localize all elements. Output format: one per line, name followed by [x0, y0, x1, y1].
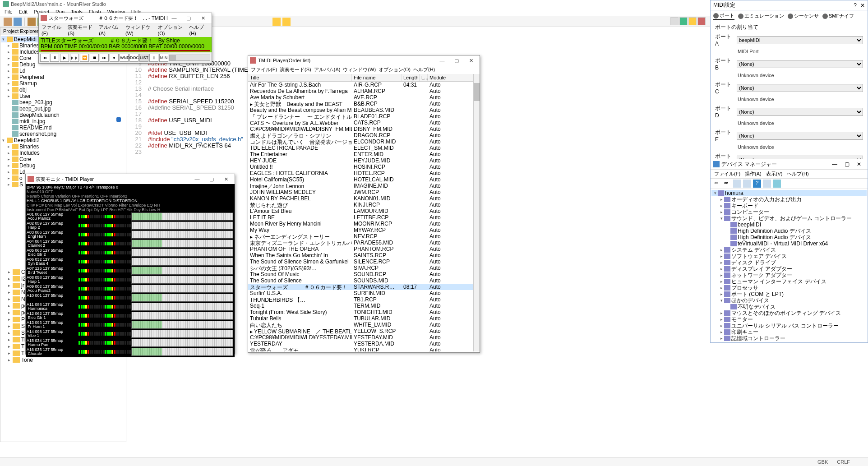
col-title[interactable]: Title — [248, 74, 352, 81]
col-loop[interactable]: L... — [420, 74, 428, 81]
close-icon[interactable]: ✕ — [196, 14, 210, 22]
devmgr-tree[interactable]: ▾homura▸オーディオの入力および出力▸キーボード▸コンピューター▾サウンド… — [711, 189, 868, 342]
bars-button[interactable]: ⫴ — [149, 54, 158, 62]
globe-icon[interactable] — [679, 17, 688, 25]
col-length[interactable]: Length — [402, 74, 420, 81]
menu-item[interactable]: File — [5, 9, 13, 15]
port-select[interactable]: beepMIDI — [737, 36, 863, 44]
tree-node[interactable]: beep_out.jpg — [1, 106, 125, 112]
midiset-titlebar[interactable]: MIDI設定 ? ✕ — [711, 0, 868, 10]
hammer-icon[interactable] — [28, 18, 36, 26]
menu-item[interactable]: 操作(A) — [745, 171, 762, 177]
list-item[interactable]: ▸ YELLOW SUBMARINE ／ THE BEATLES …YELLOW… — [248, 328, 473, 334]
list-item[interactable]: コンドルは飛んでいく 音楽発表バージョン アッキ…ELCONDOR.MIDAut… — [248, 138, 473, 145]
tree-node[interactable]: ▸Core — [1, 156, 125, 162]
close-icon[interactable]: ✕ — [464, 56, 478, 65]
tree-node[interactable]: ▸User — [1, 93, 125, 99]
perf-titlebar[interactable]: 演奏モニタ - TMIDI Player — ▢ ✕ — [26, 174, 235, 184]
menu-item[interactable]: ファイル(F) — [714, 171, 740, 177]
list-item[interactable]: Beauty and the Beast compose by Alian Me… — [248, 107, 473, 113]
list-item[interactable]: 雪が降る アダモYUKI.RCPAuto — [248, 347, 473, 351]
menu-item[interactable]: アルバム(A) — [99, 24, 123, 36]
tree-node[interactable]: README.md — [1, 125, 125, 131]
list-item[interactable]: YESTERDAYYESTERDA.MIDAuto — [248, 341, 473, 347]
tab[interactable]: シーケンサ — [788, 12, 819, 20]
menu-item[interactable]: オプション(O) — [379, 66, 411, 73]
list-item[interactable]: Surfin' U.S.A.SURFIN.MIDAuto — [248, 290, 473, 296]
tab[interactable]: ポート — [713, 12, 734, 20]
min-button[interactable]: MIN — [159, 54, 168, 62]
maximize-icon[interactable]: ▢ — [841, 161, 853, 167]
list-item[interactable]: LET IT BELETITBE.RCPAuto — [248, 214, 473, 221]
tree-node[interactable]: ▸Includes — [1, 150, 125, 156]
rec-button[interactable]: ● — [110, 54, 119, 62]
list-item[interactable]: JOHN WILLIAMS MEDLEYJWM.RCPAuto — [248, 189, 473, 195]
list-item[interactable]: ▸ 美女と野獣 Beauty and the BEASTB&B.RCPAuto — [248, 101, 473, 107]
list-item[interactable]: The Sound of SilenceSOUNDS.MIDAuto — [248, 277, 473, 284]
tree-node[interactable]: ▾BeepMidi2 — [1, 137, 125, 143]
list-item[interactable]: Seq-1TERM.MIDAuto — [248, 303, 473, 309]
minimize-icon[interactable]: — — [435, 56, 449, 65]
back-icon[interactable] — [272, 18, 281, 26]
help-icon[interactable]: ? — [753, 180, 761, 188]
list-item[interactable]: L'Amour Est BleuLAMOUR.MIDAuto — [248, 208, 473, 214]
icon[interactable] — [697, 17, 706, 25]
menu-item[interactable]: ウィンドウ(W) — [343, 66, 376, 73]
device-node[interactable]: ▾ほかのデバイス — [711, 297, 867, 304]
next-button[interactable]: ⏭ — [100, 54, 109, 62]
icon[interactable] — [670, 17, 679, 25]
list-item[interactable]: 東京ディズニーランド・エレクトリカルパレードPARADE55.MIDAuto — [248, 240, 473, 246]
list-item[interactable]: 燃えよドラゴン／ラロ・シフリンDRAGON.RCPAuto — [248, 132, 473, 138]
list-item[interactable]: Tonight (From: West Side Story)TONIGHT1.… — [248, 309, 473, 315]
list-button[interactable]: LIST — [139, 54, 148, 62]
tree-node[interactable]: screenshot.png — [1, 131, 125, 137]
tb-ic1[interactable] — [733, 180, 741, 188]
menu-item[interactable]: Edit — [19, 9, 28, 15]
menu-item[interactable]: アルバム(A) — [314, 66, 341, 73]
icon[interactable] — [688, 17, 697, 25]
minimize-icon[interactable]: — — [167, 14, 181, 22]
list-item[interactable]: Ave Maria by SchubertAVE.RCPAuto — [248, 94, 473, 101]
tree-node[interactable]: beep_203.jpg — [1, 99, 125, 106]
list-item[interactable]: 「 ブレードランナー 〜 エンドタイトル・テーマ 〜 」Arr…BLADE01.… — [248, 113, 473, 120]
tree-node[interactable]: midi_in.jpg — [1, 118, 125, 125]
pause-button[interactable]: ⏸ — [50, 54, 59, 62]
list-item[interactable]: 禁じられた遊びKINJI.RCPAuto — [248, 202, 473, 208]
orderlist-scrollbar[interactable] — [473, 74, 480, 351]
devmgr-titlebar[interactable]: デバイス マネージャー — ▢ ✕ — [711, 159, 868, 169]
player-titlebar[interactable]: スターウォーズ ＃０６カード要！ ... - TMIDI Player — ▢ … — [39, 13, 212, 23]
menu-item[interactable]: オプション(O) — [158, 24, 187, 36]
doc-button[interactable]: DOC — [129, 54, 139, 62]
list-item[interactable]: Untitled !!HOSINI.RCPAuto — [248, 164, 473, 170]
col-file[interactable]: File name — [352, 74, 402, 81]
help-icon[interactable]: ? — [850, 2, 860, 9]
port-select[interactable]: (None) — [737, 84, 863, 92]
tree-node[interactable]: ▸Binaries — [1, 143, 125, 150]
orderlist-body[interactable]: Air For The G-string J.S.BachAIR-G.RCP04… — [248, 82, 473, 351]
minimize-icon[interactable]: — — [190, 175, 204, 183]
stopbk-button[interactable]: ⏪ — [80, 54, 89, 62]
save-icon[interactable] — [14, 18, 22, 26]
port-select[interactable]: (None) — [737, 60, 863, 68]
close-icon[interactable]: ✕ — [219, 175, 233, 183]
stop-button[interactable]: ⏹ — [90, 54, 99, 62]
maximize-icon[interactable]: ▢ — [182, 14, 195, 22]
prev-button[interactable]: ⏮ — [40, 54, 49, 62]
device-node[interactable]: ▸記憶域コントローラー — [711, 335, 867, 341]
port-select[interactable]: (None) — [737, 108, 863, 116]
list-item[interactable]: The EntertainerENTER.MIDAuto — [248, 151, 473, 157]
menu-item[interactable]: ファイル(F) — [251, 66, 277, 73]
maximize-icon[interactable]: ▢ — [450, 56, 463, 65]
list-item[interactable]: シバの女王 (3'02)(GS)93/…SIVA.RCPAuto — [248, 265, 473, 271]
tree-node[interactable]: ▸obj — [1, 87, 125, 93]
list-item[interactable]: KANON BY PACHELBELKANON01.MIDAuto — [248, 195, 473, 202]
menu-item[interactable]: 演奏モード(S) — [280, 66, 311, 73]
list-item[interactable]: Tubular BellsTUBULAR.MIDAuto — [248, 315, 473, 322]
tree-node[interactable]: ▸Startup — [1, 80, 125, 87]
list-item[interactable]: スターウォーズ ＃０６カード要！ By ShigeSTARWARS.R…08:1… — [248, 284, 473, 290]
tree-node[interactable]: BeepMidi.launch — [1, 112, 125, 118]
menu-item[interactable]: ヘルプ(H) — [787, 171, 808, 177]
list-item[interactable]: Air For The G-string J.S.BachAIR-G.RCP04… — [248, 82, 473, 88]
minimize-icon[interactable]: — — [828, 161, 841, 167]
close-icon[interactable]: ✕ — [860, 2, 865, 9]
